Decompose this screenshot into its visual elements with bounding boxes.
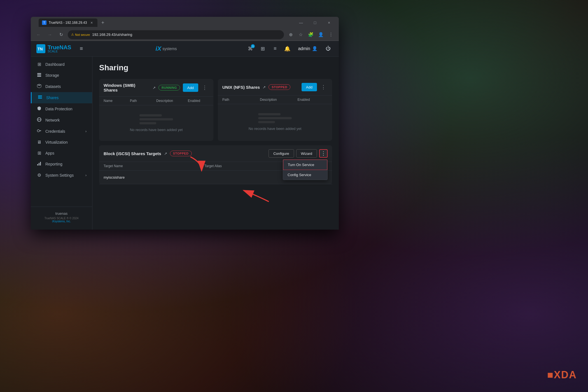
- iscsi-row-0-target-name: myiscsishare: [104, 175, 204, 179]
- back-btn[interactable]: ←: [34, 30, 43, 39]
- sidebar-item-shares[interactable]: Shares: [31, 92, 92, 103]
- connect-badge: 1: [251, 44, 255, 48]
- sidebar-item-credentials[interactable]: Credentials ›: [31, 126, 92, 137]
- network-label: Network: [45, 118, 60, 122]
- sidebar-item-datasets[interactable]: Datasets: [31, 81, 92, 92]
- turn-on-service-item[interactable]: Turn On Service: [283, 160, 327, 170]
- virtualization-icon: 🖥: [36, 140, 42, 145]
- nfs-panel-title: UNIX (NFS) Shares: [222, 85, 260, 90]
- browser-tab-truenas[interactable]: T TrueNAS - 192.168.29.43 ×: [39, 18, 97, 27]
- nfs-more-btn[interactable]: ⋮: [319, 83, 328, 91]
- smb-col-enabled: Enabled: [188, 99, 209, 103]
- svg-rect-16: [39, 163, 39, 165]
- sidebar-item-system-settings[interactable]: ⚙ System Settings ›: [31, 170, 92, 181]
- iscsi-external-link[interactable]: ↗: [164, 151, 167, 156]
- smb-more-btn[interactable]: ⋮: [200, 83, 209, 92]
- smb-no-records: No records have been added yet: [104, 128, 209, 132]
- main-layout: ⊞ Dashboard Storage: [31, 57, 339, 230]
- smb-status-badge: RUNNING: [158, 85, 180, 90]
- notifications-btn[interactable]: 🔔: [282, 44, 292, 54]
- browser-window: T TrueNAS - 192.168.29.43 × + — □ × ← → …: [31, 17, 339, 230]
- power-icon: ⏻: [326, 46, 331, 52]
- minimize-btn[interactable]: —: [295, 18, 307, 27]
- wizard-btn[interactable]: Wizard: [296, 149, 317, 158]
- nfs-panel-actions: Add ⋮: [302, 83, 328, 91]
- top-panels-grid: Windows (SMB) Shares ↗ RUNNING Add ⋮ Nam…: [99, 79, 332, 141]
- company-link[interactable]: iXsystems, Inc.: [36, 220, 87, 223]
- nfs-add-btn[interactable]: Add: [302, 83, 317, 91]
- credentials-chevron: ›: [85, 129, 87, 133]
- svg-rect-15: [37, 164, 38, 165]
- iscsi-panel: Block (iSCSI) Shares Targets ↗ STOPPED C…: [99, 145, 332, 184]
- nfs-placeholder-line-3: [258, 121, 275, 123]
- admin-label: admin: [298, 46, 310, 51]
- svg-rect-3: [37, 74, 41, 75]
- svg-text:TN: TN: [38, 47, 43, 51]
- nfs-external-link[interactable]: ↗: [263, 85, 266, 89]
- top-navbar: TN TrueNAS SCALE ≡ iX systems ⌘ 1 ⊞: [31, 41, 339, 57]
- nfs-no-records: No records have been added yet: [222, 127, 328, 131]
- reporting-label: Reporting: [45, 162, 62, 166]
- config-service-item[interactable]: Config Service: [283, 170, 327, 180]
- extension-puzzle-btn[interactable]: 🧩: [306, 30, 315, 39]
- page-title: Sharing: [99, 63, 332, 72]
- bell-icon: 🔔: [284, 46, 290, 52]
- svg-rect-4: [37, 76, 41, 77]
- ix-logo-mark: iX: [155, 45, 161, 52]
- smb-placeholder-lines: [139, 114, 173, 124]
- power-btn[interactable]: ⏻: [323, 44, 333, 54]
- ix-systems-logo: iX systems: [155, 45, 177, 52]
- truenas-logo: TN TrueNAS SCALE: [36, 44, 71, 53]
- apps-nav-btn[interactable]: ⊞: [258, 44, 268, 54]
- close-btn[interactable]: ×: [323, 18, 335, 27]
- maximize-btn[interactable]: □: [309, 18, 321, 27]
- nfs-placeholder-lines: [258, 113, 292, 123]
- admin-btn[interactable]: admin 👤: [295, 44, 321, 53]
- security-indicator: ⚠ Not secure: [71, 33, 90, 36]
- nfs-empty-placeholder: [222, 113, 328, 123]
- bookmark-btn[interactable]: ☆: [296, 30, 305, 39]
- refresh-btn[interactable]: ↻: [57, 30, 66, 39]
- iscsi-header: Block (iSCSI) Shares Targets ↗ STOPPED C…: [99, 145, 332, 162]
- smb-add-btn[interactable]: Add: [183, 83, 198, 92]
- nfs-col-path: Path: [222, 98, 260, 102]
- truenas-app: TN TrueNAS SCALE ≡ iX systems ⌘ 1 ⊞: [31, 41, 339, 230]
- tab-favicon: T: [42, 20, 46, 25]
- smb-empty-placeholder: [104, 114, 209, 124]
- sidebar-item-reporting[interactable]: Reporting: [31, 158, 92, 170]
- data-protection-label: Data Protection: [45, 107, 73, 111]
- settings-btn[interactable]: ⋮: [326, 30, 335, 39]
- sidebar-item-network[interactable]: Network: [31, 115, 92, 126]
- placeholder-line-2: [139, 118, 173, 120]
- url-display[interactable]: 192.168.29.43/ui/sharing: [92, 32, 132, 37]
- new-tab-btn[interactable]: +: [99, 18, 107, 27]
- sidebar-item-storage[interactable]: Storage: [31, 70, 92, 81]
- version-text: TrueNAS SCALE ® © 2024: [36, 217, 87, 220]
- smb-external-link[interactable]: ↗: [153, 86, 156, 90]
- profile-btn[interactable]: 👤: [316, 30, 325, 39]
- dashboard-label: Dashboard: [45, 62, 65, 67]
- tab-close-btn[interactable]: ×: [89, 20, 94, 25]
- shares-icon: [37, 95, 43, 101]
- smb-table-header: Name Path Description Enabled: [99, 97, 213, 105]
- sidebar-item-data-protection[interactable]: Data Protection: [31, 103, 92, 115]
- hamburger-btn[interactable]: ≡: [76, 43, 87, 54]
- iscsi-more-btn[interactable]: ⋮: [319, 149, 328, 158]
- forward-btn[interactable]: →: [45, 30, 54, 39]
- tab-area: T TrueNAS - 192.168.29.43 × +: [36, 18, 292, 27]
- content-area: Sharing Windows (SMB) Shares ↗ RUNNING A…: [92, 57, 339, 230]
- network-icon: [36, 117, 42, 123]
- svg-rect-6: [38, 97, 42, 99]
- tasks-btn[interactable]: ≡: [270, 44, 280, 54]
- address-bar[interactable]: ⚠ Not secure 192.168.29.43/ui/sharing: [68, 30, 284, 39]
- sidebar-item-apps[interactable]: ⊞ Apps: [31, 148, 92, 158]
- configure-btn[interactable]: Configure: [269, 149, 294, 158]
- dashboard-icon: ⊞: [36, 62, 42, 67]
- sidebar-item-virtualization[interactable]: 🖥 Virtualization: [31, 137, 92, 148]
- truenas-connect-btn[interactable]: ⌘ 1: [245, 44, 255, 54]
- sidebar-item-dashboard[interactable]: ⊞ Dashboard: [31, 59, 92, 70]
- credentials-label: Credentials: [45, 129, 65, 134]
- iscsi-dropdown-menu: Turn On Service Config Service: [283, 159, 328, 180]
- data-protection-icon: [36, 106, 42, 112]
- extensions-btn[interactable]: ⊕: [286, 30, 295, 39]
